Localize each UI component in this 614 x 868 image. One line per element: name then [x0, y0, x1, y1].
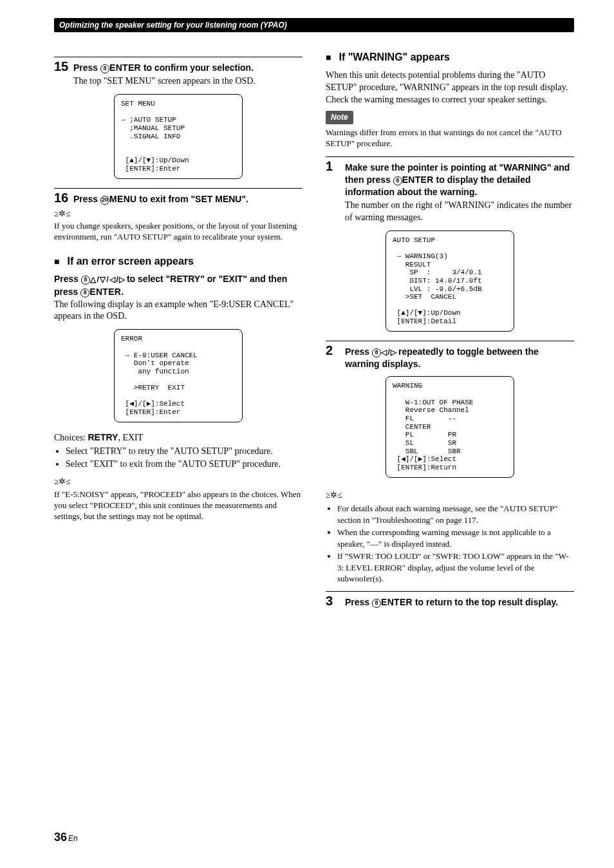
step-instruction: Make sure the pointer is pointing at "WA… [345, 162, 574, 198]
section-error: ■ If an error screen appears [54, 254, 302, 269]
tip-text: If "E-5:NOISY" appears, "PROCEED" also a… [54, 489, 302, 522]
bullet-square-icon: ■ [326, 53, 331, 62]
osd-warning-detail: WARNING W-1:OUT OF PHASE Reverse Channel… [386, 376, 514, 477]
step-instruction: Press 8ENTER to confirm your selection. [73, 62, 254, 74]
remote-key-icon: 8 [372, 348, 381, 357]
right-column: ■ If "WARNING" appears When this unit de… [326, 50, 574, 609]
remote-key-icon: 8 [81, 276, 90, 285]
list-item: Select "EXIT" to exit from the "AUTO SET… [66, 458, 302, 471]
step-number: 3 [326, 594, 345, 607]
step-follow-text: The top "SET MENU" screen appears in the… [73, 75, 302, 88]
remote-key-icon: 8 [372, 599, 381, 608]
step-number: 15 [54, 60, 73, 73]
left-column: 15 Press 8ENTER to confirm your selectio… [54, 50, 302, 609]
warning-intro: When this unit detects potential problem… [326, 70, 574, 106]
step-number: 1 [326, 160, 345, 173]
remote-key-icon: 8 [393, 176, 402, 185]
step-1: 1 Make sure the pointer is pointing at "… [326, 156, 574, 223]
error-press-instruction: Press 8△ / ▽ / ◁ / ▷ to select "RETRY" o… [54, 273, 302, 298]
step-instruction: Press 8◁ / ▷ repeatedly to toggle betwee… [345, 346, 574, 370]
page-number: 36En [54, 829, 78, 845]
remote-key-icon: 20 [100, 196, 109, 205]
warning-notes-list: For details about each warning message, … [326, 503, 574, 585]
tip-icon: ≥✲≤ [54, 208, 70, 220]
tip-icon: ≥✲≤ [54, 476, 70, 487]
tip-icon: ≥✲≤ [326, 489, 342, 501]
remote-key-icon: 8 [80, 288, 89, 297]
note-tag: Note [326, 111, 353, 124]
choices-line: Choices: RETRY, EXIT [54, 431, 302, 444]
remote-key-icon: 8 [100, 64, 109, 73]
page-header: Optimizing the speaker setting for your … [54, 18, 574, 32]
error-follow-text: The following display is an example when… [54, 299, 302, 323]
section-title: If "WARNING" appears [339, 50, 450, 64]
osd-set-menu: SET MENU → ;AUTO SETUP ;MANUAL SETUP .SI… [114, 94, 243, 179]
step-3: 3 Press 8ENTER to return to the top resu… [326, 591, 574, 609]
step-16: 16 Press 20MENU to exit from "SET MENU". [54, 188, 302, 205]
step-follow-text: The number on the right of "WARNING" ind… [345, 200, 574, 224]
choices-list: Select "RETRY" to retry the "AUTO SETUP"… [54, 446, 302, 471]
step-2: 2 Press 8◁ / ▷ repeatedly to toggle betw… [326, 341, 574, 370]
bullet-square-icon: ■ [54, 257, 59, 266]
step-instruction: Press 8ENTER to return to the top result… [345, 596, 558, 609]
tip-text: If you change speakers, speaker position… [54, 220, 302, 243]
osd-auto-setup: AUTO SETUP → WARNING(3) RESULT SP : 3/4/… [386, 231, 514, 332]
section-warning: ■ If "WARNING" appears [326, 50, 574, 64]
step-number: 16 [54, 191, 73, 204]
step-15: 15 Press 8ENTER to confirm your selectio… [54, 57, 302, 88]
list-item: If "SWFR: TOO LOUD" or "SWFR: TOO LOW" a… [337, 551, 574, 585]
list-item: Select "RETRY" to retry the "AUTO SETUP"… [66, 446, 302, 458]
section-title: If an error screen appears [67, 254, 194, 269]
list-item: When the corresponding warning message i… [337, 527, 574, 549]
step-number: 2 [326, 344, 345, 357]
list-item: For details about each warning message, … [337, 503, 574, 525]
note-body: Warnings differ from errors in that warn… [326, 127, 574, 149]
step-instruction: Press 20MENU to exit from "SET MENU". [73, 193, 248, 205]
osd-error: ERROR → E-9:USER CANCEL Don't operate an… [114, 329, 243, 422]
